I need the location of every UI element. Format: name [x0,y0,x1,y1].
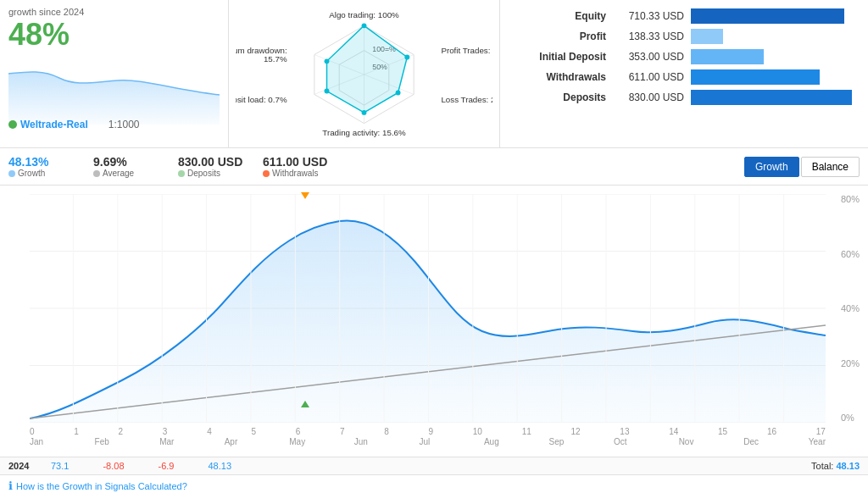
bottom-data-row: 2024 73.1 -8.08 -6.9 48.13 Total: 48.13 [0,457,868,474]
y-40: 40% [841,303,860,313]
profit-label: Profit [513,30,615,42]
stats-panel: Equity 710.33 USD Profit 138.33 USD Init… [500,0,865,147]
month-labels: Jan Feb Mar Apr May Jun Jul Aug Sep Oct … [30,436,826,446]
average-dot [93,170,100,177]
account-dot [8,120,17,129]
x-axis-numbers: 0 1 2 3 4 5 6 7 8 9 10 11 12 13 14 15 16… [30,425,826,436]
withdrawals-bar-container [691,69,852,85]
svg-text:15.7%: 15.7% [264,54,287,64]
growth-since-label: growth since 2024 [8,7,220,17]
deposits-metric-dot [178,170,185,177]
svg-point-13 [325,89,330,94]
svg-point-14 [325,58,330,64]
metric-withdrawals: 611.00 USD Withdrawals [263,155,331,178]
balance-button[interactable]: Balance [801,157,860,177]
metric-growth: 48.13% Growth [8,155,76,178]
bottom-val2: -8.08 [103,461,124,471]
y-0: 0% [841,413,860,423]
profit-value: 138.33 USD [615,30,691,42]
total-label: Total: [811,461,833,471]
total-value: 48.13 [836,461,860,471]
loss-trades-label: Loss Trades: 29.4% [441,95,492,104]
account-info: Weltrade-Real 1:1000 [8,119,140,130]
triangle-annotation [301,190,309,202]
bottom-val3: -6.9 [159,461,175,471]
profit-trades-label: Profit Trades: 70.6% [441,46,492,55]
equity-bar [691,8,844,24]
deposits-metric-label: Deposits [178,169,220,178]
growth-metric-value: 48.13% [8,155,48,169]
svg-point-10 [404,55,409,60]
growth-button[interactable]: Growth [744,157,799,177]
radar-chart: Algo trading: 100% Maximum drawdown: 15.… [236,6,492,141]
year-label: 2024 [8,461,51,471]
svg-point-11 [396,91,401,96]
stat-row-deposits: Deposits 830.00 USD [513,90,852,105]
stat-row-withdrawals: Withdrawals 611.00 USD [513,69,852,85]
trading-activity-label: Trading activity: 15.6% [322,128,406,137]
bottom-values: 73.1 -8.08 -6.9 48.13 [51,461,811,471]
withdrawals-bar [691,69,820,85]
y-axis: 80% 60% 40% 20% 0% [841,194,860,423]
account-name: Weltrade-Real [20,119,88,130]
profit-bar-container [691,29,852,44]
deposits-bar [691,90,852,105]
initial-deposit-bar-container [691,49,852,64]
stat-row-equity: Equity 710.33 USD [513,8,852,24]
deposits-metric-value: 830.00 USD [178,155,242,169]
growth-percent-value: 48% [8,17,220,53]
growth-calc-link[interactable]: ℹ How is the Growth in Signals Calculate… [8,479,860,492]
y-60: 60% [841,249,860,259]
max-drawdown-label: Maximum drawdown: [236,46,287,55]
deposits-bar-container [691,90,852,105]
stat-row-profit: Profit 138.33 USD [513,29,852,44]
withdrawals-metric-dot [263,170,270,177]
profit-bar [691,29,723,44]
growth-mini-chart [8,57,220,125]
main-chart-svg [30,194,826,423]
metrics-row: 48.13% Growth 9.69% Average 830.00 USD D… [0,148,868,186]
bottom-val4: 48.13 [208,461,231,471]
algo-trading-label: Algo trading: 100% [329,10,399,19]
deposits-stat-value: 830.00 USD [615,91,691,103]
chart-toggle-group[interactable]: Growth Balance [744,157,860,177]
svg-marker-8 [327,25,408,113]
footer-link-text: How is the Growth in Signals Calculated? [16,481,187,491]
average-metric-label: Average [93,169,134,178]
initial-deposit-label: Initial Deposit [513,51,615,63]
y-80: 80% [841,194,860,204]
withdrawals-label: Withdrawals [513,71,615,83]
stat-row-initial: Initial Deposit 353.00 USD [513,49,852,64]
leverage-value: 1:1000 [108,119,140,130]
metric-deposits: 830.00 USD Deposits [178,155,246,178]
withdrawals-value: 611.00 USD [615,71,691,83]
average-metric-value: 9.69% [93,155,127,169]
equity-label: Equity [513,10,615,22]
deposits-stat-label: Deposits [513,91,615,103]
bottom-val1: 73.1 [51,461,69,471]
equity-bar-container [691,8,852,24]
footer: ℹ How is the Growth in Signals Calculate… [0,474,868,493]
radar-panel: Algo trading: 100% Maximum drawdown: 15.… [229,0,500,147]
growth-dot [8,170,15,177]
info-icon: ℹ [8,479,13,492]
top-section: growth since 2024 48% Weltrade-Real 1:10… [0,0,868,148]
growth-metric-label: Growth [8,169,45,178]
y-20: 20% [841,358,860,368]
main-chart-panel: 80% 60% 40% 20% 0% [0,186,868,457]
initial-deposit-bar [691,49,764,64]
equity-value: 710.33 USD [615,10,691,22]
triangle-up-annotation [301,398,309,410]
growth-panel: growth since 2024 48% Weltrade-Real 1:10… [0,0,229,147]
withdrawals-metric-value: 611.00 USD [263,155,327,169]
max-deposit-label: Max deposit load: 0.7% [236,95,287,104]
svg-point-12 [362,110,367,115]
initial-deposit-value: 353.00 USD [615,51,691,63]
withdrawals-metric-label: Withdrawals [263,169,318,178]
metric-average: 9.69% Average [93,155,161,178]
svg-point-9 [362,23,367,28]
